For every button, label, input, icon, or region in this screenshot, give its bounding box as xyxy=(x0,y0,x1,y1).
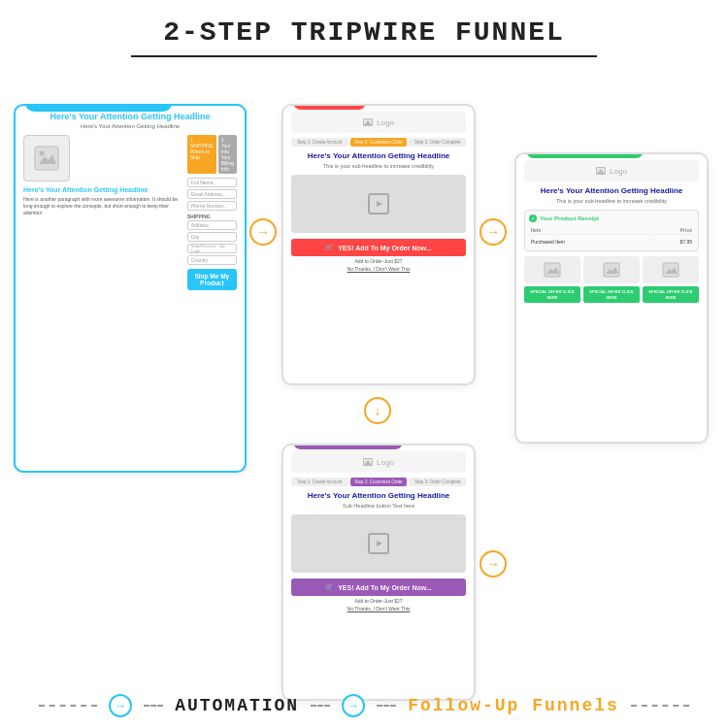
offerwall-label: OFFER WALL PAGE xyxy=(526,152,644,158)
oto-headline: Here's Your Attention Getting Headline xyxy=(291,151,466,161)
oto-add-order-button[interactable]: 🛒 YES! Add To My Order Now... xyxy=(291,239,466,256)
svg-rect-7 xyxy=(604,263,619,277)
oto-add-small: Add to Order-Just $27 xyxy=(291,258,466,264)
offerwall-logo: Logo xyxy=(524,160,699,182)
shipping-label: SHIPPING xyxy=(187,214,237,219)
form-address[interactable]: Address xyxy=(187,220,237,230)
arrow-oto-downsale: ↓ xyxy=(364,397,391,424)
tripwire-label: 2-STEP TRIPWIRE FUNNEL xyxy=(25,104,172,112)
downsale-headline: Here's Your Attention Getting Headline xyxy=(291,491,466,501)
oto-video xyxy=(291,175,466,233)
step-number-1: 1 xyxy=(190,137,193,143)
oto-no-thanks[interactable]: No Thanks, I Don't Want This xyxy=(291,266,466,272)
offer-thumb-3 xyxy=(643,256,699,283)
downsale-step2: Step 2: Customize Order xyxy=(350,478,408,486)
tripwire-image xyxy=(23,135,70,182)
receipt-title: ✓ Your Product Receipt xyxy=(529,215,694,222)
arrow-automation-left: → xyxy=(109,694,132,717)
oto-label: OTO PAGE xyxy=(293,104,366,110)
arrow-right-icon: → xyxy=(249,218,277,246)
automation-dashed-left xyxy=(39,705,97,707)
receipt-table: Item Price Purchased Item $7.95 xyxy=(529,225,694,247)
svg-marker-4 xyxy=(377,541,382,546)
receipt-price-value: $7.95 xyxy=(650,237,692,245)
form-city[interactable]: City xyxy=(187,232,237,242)
step-tab-2: 2 Your InfoYour Billing Info xyxy=(218,135,237,174)
downsale-subheadline: Sub Headline button Text here xyxy=(291,503,466,509)
followup-label: Follow-Up Funnels xyxy=(408,696,619,715)
arrow-right-icon-3: → xyxy=(480,550,507,578)
tripwire-left-headline: Here's Your Attention Getting Headline xyxy=(23,185,183,194)
downsale-video xyxy=(291,514,466,573)
svg-point-2 xyxy=(40,151,45,156)
offer-btn-3[interactable]: SPECIAL OFFER CLICK HERE xyxy=(643,286,699,302)
form-country[interactable]: Country xyxy=(187,255,237,265)
offerwall-page-box: OFFER WALL PAGE Logo Here's Your Attenti… xyxy=(514,152,709,444)
automation-dashed-3 xyxy=(311,705,330,707)
offer-item-2: SPECIAL OFFER CLICK HERE xyxy=(583,256,640,302)
cart-icon: 🛒 xyxy=(325,244,334,251)
page-title: 2-STEP TRIPWIRE FUNNEL xyxy=(0,0,728,55)
downsale-page-box: DOWNSALE PAGE Logo Step 1: Create Accoun… xyxy=(281,444,476,701)
downsale-step3: Step 3: Order Complete xyxy=(409,478,466,486)
arrow-downsale-offerwall: → xyxy=(480,550,507,578)
svg-rect-5 xyxy=(545,263,560,277)
offer-item-1: SPECIAL OFFER CLICK HERE xyxy=(524,256,580,302)
downsale-play-icon xyxy=(368,533,389,554)
downsale-no-thanks[interactable]: No Thanks, I Don't Want This xyxy=(291,606,466,611)
arrow-tripwire-oto: → xyxy=(249,218,277,246)
offer-btn-1[interactable]: SPECIAL OFFER CLICK HERE xyxy=(524,286,580,302)
offer-item-3: SPECIAL OFFER CLICK HERE xyxy=(643,256,699,302)
automation-dashed-right xyxy=(631,705,689,707)
check-icon: ✓ xyxy=(529,215,537,222)
form-fullname[interactable]: Full Name... xyxy=(187,178,237,187)
form-phone[interactable]: Phone Number... xyxy=(187,201,237,211)
downsale-add-order-button[interactable]: 🛒 YES! Add To My Order Now... xyxy=(291,578,466,596)
step-tab-1: 1 SHIPPINGWhere to Ship xyxy=(187,135,216,174)
downsale-add-small: Add to Order-Just $27 xyxy=(291,598,466,604)
form-email[interactable]: Email Address... xyxy=(187,189,237,199)
ship-button[interactable]: Ship Me My Product xyxy=(187,269,237,290)
automation-dashed-2 xyxy=(144,705,163,707)
automation-label: AUTOMATION xyxy=(175,696,299,715)
downsale-label: DOWNSALE PAGE xyxy=(293,444,403,449)
receipt-price-header: Price xyxy=(650,227,692,235)
offerwall-headline: Here's Your Attention Getting Headline xyxy=(524,186,699,196)
oto-step2: Step 2: Customize Order xyxy=(350,138,408,147)
oto-play-icon xyxy=(368,193,389,215)
receipt-item-value: Purchased Item xyxy=(531,237,648,245)
receipt-item-header: Item xyxy=(531,227,648,235)
tripwire-body-text: Here is another paragraph with more awes… xyxy=(23,196,183,216)
arrow-right-icon-2: → xyxy=(480,218,507,246)
arrow-oto-offerwall: → xyxy=(480,218,507,246)
title-underline xyxy=(131,55,597,57)
form-state-zip[interactable]: State/Province Zip Code xyxy=(187,244,237,253)
oto-step1: Step 1: Create Account xyxy=(291,138,348,147)
svg-marker-3 xyxy=(377,201,382,207)
offer-thumb-2 xyxy=(583,256,640,283)
offer-btn-2[interactable]: SPECIAL OFFER CLICK HERE xyxy=(583,286,640,302)
offerwall-subheadline: This is your sub-headline to increase cr… xyxy=(524,198,699,204)
receipt-box: ✓ Your Product Receipt Item Price Purcha… xyxy=(524,210,699,251)
downsale-cart-icon: 🛒 xyxy=(325,583,334,591)
tripwire-subhead: Here's Your Attention Getting Headline xyxy=(23,123,237,129)
arrow-automation-right: → xyxy=(342,694,365,717)
downsale-logo: Logo xyxy=(291,451,466,473)
oto-subheadline: This is your sub-headline to increase cr… xyxy=(291,163,466,169)
automation-bar: → AUTOMATION → Follow-Up Funnels xyxy=(14,694,714,717)
offer-thumb-1 xyxy=(524,256,580,283)
tripwire-headline: Here's Your Attention Getting Headline xyxy=(23,112,237,121)
oto-step3: Step 3: Order Complete xyxy=(409,138,466,147)
tripwire-funnel-box: 2-STEP TRIPWIRE FUNNEL Here's Your Atten… xyxy=(14,104,247,473)
step-number-2: 2 xyxy=(221,137,224,143)
offer-grid: SPECIAL OFFER CLICK HERE SPECIAL OFFER C… xyxy=(524,256,699,302)
oto-logo: Logo xyxy=(291,112,466,133)
svg-rect-9 xyxy=(663,263,678,277)
oto-page-box: OTO PAGE Logo Step 1: Create Account Ste… xyxy=(281,104,476,385)
downsale-step1: Step 1: Create Account xyxy=(291,478,348,486)
automation-dashed-4 xyxy=(377,705,396,707)
